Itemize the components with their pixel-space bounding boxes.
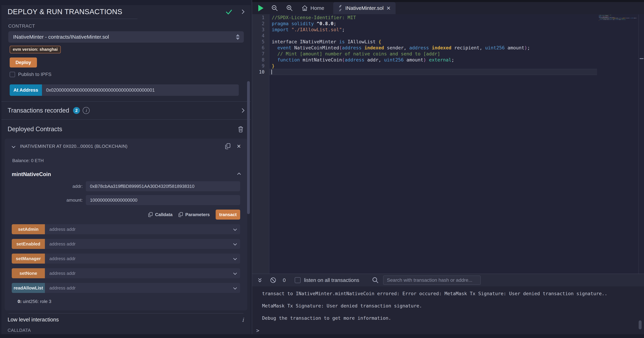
readAllowList-input[interactable]	[45, 283, 240, 293]
at-address-button[interactable]: At Address	[10, 84, 42, 96]
terminal-scrollbar[interactable]	[639, 320, 642, 329]
contract-collapse-icon[interactable]	[12, 144, 15, 148]
code-line[interactable]: interface INativeMinter is IAllowList {	[269, 39, 597, 45]
editor-tabbar: Home INativeMinter.sol ✕	[252, 2, 644, 14]
line-number: 6	[252, 45, 269, 51]
deployed-contract-card: INATIVEMINTER AT 0X020...00001 (BLOCKCHA…	[5, 138, 247, 310]
setEnabled-button[interactable]: setEnabled	[12, 239, 45, 249]
code-editor[interactable]: 12345678910 //SPDX-License-Identifier: M…	[252, 14, 644, 274]
panel-collapse-icon[interactable]	[240, 10, 244, 14]
collapse-terminal-icon[interactable]	[257, 277, 263, 284]
close-icon[interactable]: ✕	[237, 143, 241, 149]
clear-console-icon[interactable]	[270, 277, 276, 284]
editor-region: Home INativeMinter.sol ✕ 12345678910 //S…	[252, 0, 644, 338]
code-line[interactable]: //SPDX-License-Identifier: MIT	[269, 14, 597, 20]
setManager-input[interactable]	[45, 254, 240, 264]
code-line[interactable]: function mintNativeCoin(address addr, ui…	[269, 57, 597, 63]
line-number-gutter: 12345678910	[252, 14, 269, 274]
contract-select[interactable]: INativeMinter - contracts/INativeMinter.…	[8, 31, 244, 43]
amount-field-input[interactable]	[86, 195, 240, 205]
terminal-log: transact to INativeMinter.mintNativeCoin…	[252, 286, 644, 338]
code-line[interactable]: import "./IAllowList.sol";	[269, 26, 597, 33]
publish-ipfs-row: Publish to IPFS	[10, 72, 251, 77]
tab-inativeminter[interactable]: INativeMinter.sol ✕	[333, 2, 396, 14]
code-line[interactable]: pragma solidity ^0.8.0;	[269, 20, 597, 26]
setManager-button[interactable]: setManager	[12, 254, 45, 264]
setNone-row: setNone	[12, 268, 240, 278]
setAdmin-input[interactable]	[45, 224, 240, 234]
setManager-row: setManager	[12, 254, 240, 264]
listen-all-checkbox[interactable]	[295, 277, 300, 283]
transactions-count-badge: 2	[73, 107, 80, 114]
setNone-input[interactable]	[45, 268, 240, 278]
setNone-button[interactable]: setNone	[12, 268, 45, 278]
line-number: 10	[252, 69, 269, 75]
setEnabled-row: setEnabled	[12, 239, 240, 249]
at-address-input[interactable]	[42, 84, 239, 96]
zoom-out-icon[interactable]	[271, 4, 278, 12]
readAllowList-row: readAllowList	[12, 283, 240, 293]
function-action-row: Calldata Parameters transact	[5, 210, 240, 220]
code-line[interactable]	[269, 69, 597, 75]
line-number: 4	[252, 33, 269, 39]
transactions-recorded-label: Transactions recorded	[8, 107, 69, 114]
contract-select-value: INativeMinter - contracts/INativeMinter.…	[13, 34, 236, 40]
text-cursor	[272, 70, 272, 74]
tab-close-icon[interactable]: ✕	[386, 5, 391, 11]
deploy-run-panel: DEPLOY & RUN TRANSACTIONS CONTRACT INati…	[0, 0, 252, 338]
setAdmin-row: setAdmin	[12, 224, 240, 234]
at-address-row: At Address	[10, 84, 239, 96]
terminal-log-line: MetaMask Tx Signature: User denied trans…	[262, 303, 644, 308]
line-number: 3	[252, 26, 269, 33]
line-number: 5	[252, 39, 269, 45]
code-line[interactable]: // Mint [amount] number of native coins …	[269, 51, 597, 57]
zoom-in-icon[interactable]	[286, 4, 293, 12]
expanded-function-header: mintNativeCoin	[12, 171, 240, 178]
line-number: 9	[252, 63, 269, 69]
code-lines[interactable]: //SPDX-License-Identifier: MITpragma sol…	[269, 14, 644, 274]
transact-button[interactable]: transact	[216, 210, 240, 220]
info-icon: i	[83, 107, 90, 114]
tab-home[interactable]: Home	[302, 5, 324, 12]
readAllowList-button[interactable]: readAllowList	[12, 283, 45, 293]
low-level-title: Low level interactions	[8, 316, 242, 323]
copy-icon[interactable]	[225, 143, 231, 150]
solidity-icon	[338, 5, 342, 12]
setEnabled-input[interactable]	[45, 239, 240, 249]
publish-ipfs-checkbox[interactable]	[10, 72, 15, 77]
setAdmin-button[interactable]: setAdmin	[12, 224, 45, 234]
function-list: setAdminsetEnabledsetManagersetNonereadA…	[5, 224, 247, 293]
tab-home-label: Home	[310, 5, 324, 11]
low-level-divider	[9, 313, 244, 314]
minimap[interactable]: //SPDX-License-Identifier: MITpragma sol…	[598, 14, 639, 274]
contract-card-header[interactable]: INATIVEMINTER AT 0X020...00001 (BLOCKCHA…	[5, 138, 247, 154]
calldata-copy-button[interactable]: Calldata	[148, 212, 172, 217]
transactions-expand-icon[interactable]	[240, 108, 244, 112]
code-line[interactable]: }	[269, 63, 597, 69]
remix-ide: DEPLOY & RUN TRANSACTIONS CONTRACT INati…	[0, 0, 644, 338]
pending-tx-count: 0	[283, 277, 286, 283]
calldata-label: CALLDATA	[8, 328, 251, 333]
check-icon	[225, 8, 233, 16]
trash-icon[interactable]	[238, 126, 244, 132]
bottom-strip	[0, 334, 644, 338]
terminal: 0 listen on all transactions transact to…	[252, 274, 644, 338]
function-collapse-icon[interactable]	[237, 172, 241, 176]
code-line[interactable]: event NativeCoinMinted(address indexed s…	[269, 45, 597, 51]
editor-top-strip	[252, 0, 644, 2]
home-icon	[302, 5, 308, 12]
deploy-button[interactable]: Deploy	[10, 58, 37, 68]
parameters-copy-button[interactable]: Parameters	[178, 212, 210, 217]
run-icon[interactable]	[258, 5, 264, 12]
terminal-search-input[interactable]	[383, 276, 481, 285]
code-line[interactable]	[269, 33, 597, 39]
panel-scrollbar[interactable]	[247, 81, 250, 214]
line-number: 8	[252, 57, 269, 63]
addr-field-input[interactable]	[86, 181, 240, 191]
transactions-recorded-row[interactable]: Transactions recorded 2 i	[2, 101, 251, 119]
listen-all-label: listen on all transactions	[304, 277, 359, 283]
terminal-prompt: >	[256, 328, 259, 334]
panel-title: DEPLOY & RUN TRANSACTIONS	[8, 8, 225, 16]
line-number: 7	[252, 51, 269, 57]
terminal-log-line: transact to INativeMinter.mintNativeCoin…	[262, 291, 644, 296]
